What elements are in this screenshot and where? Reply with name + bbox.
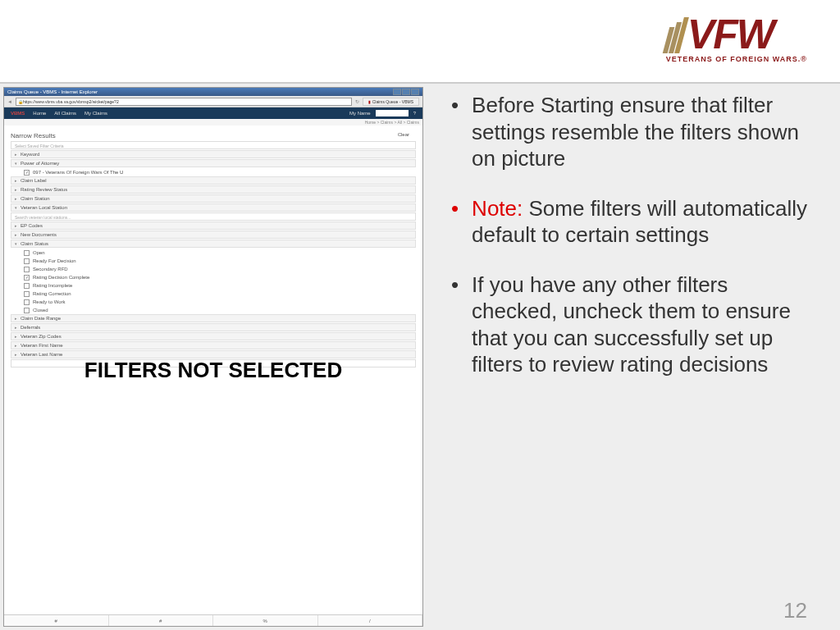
minimize-icon[interactable] [393,89,401,95]
bullet-3: • If you have any other filters checked,… [451,272,815,378]
embedded-screenshot: Claims Queue - VBMS - Internet Explorer … [3,87,423,627]
status-rating-complete[interactable]: ✓Rating Decision Complete [11,273,416,281]
logo-subtitle: VETERANS OF FOREIGN WARS.® [666,55,807,63]
slide-header: VFW VETERANS OF FOREIGN WARS.® [0,0,840,82]
window-title: Claims Queue - VBMS - Internet Explorer [7,89,98,94]
checkbox-icon[interactable] [24,283,30,289]
checkbox-icon[interactable] [24,258,30,264]
filter-ep-codes[interactable]: ▸EP Codes [11,221,416,230]
filter-zip[interactable]: ▸Veteran Zip Codes [11,332,416,340]
poa-checkbox-row[interactable]: ✓097 - Veterans Of Foreign Wars Of The U [11,168,416,176]
browser-toolbar: ◄ 🔒https://www.vbms.vba.va.gov/vbmsp2/wi… [4,96,422,107]
help-icon[interactable]: ? [413,111,416,116]
saved-filter-select[interactable]: Select Saved Filter Criteria [11,141,416,149]
nav-user[interactable]: My Name [349,111,371,116]
nav-my-claims[interactable]: My Claims [84,111,107,116]
filter-rating-review[interactable]: ▸Rating Review Status [11,185,416,194]
filter-poa[interactable]: ▾Power of Attorney [11,159,416,167]
chevron-down-icon: ▾ [15,205,17,210]
filter-date-range[interactable]: ▸Claim Date Range [11,314,416,322]
filter-first-name[interactable]: ▸Veteran First Name [11,341,416,349]
app-logo: VBMS [11,111,25,116]
maximize-icon[interactable] [402,89,410,95]
filter-panel: Narrow Results Clear Select Saved Filter… [4,126,422,614]
veteran-station-input[interactable]: Search veteran local stations... [11,212,416,221]
status-rating-incomplete[interactable]: Rating Incomplete [11,281,416,290]
chevron-right-icon: ▸ [15,316,17,321]
checkbox-icon[interactable] [24,308,30,313]
chevron-right-icon: ▸ [15,187,17,192]
footer-col-3: % [213,615,318,626]
checkbox-icon[interactable] [24,291,30,297]
filter-veteran-station[interactable]: ▾Veteran Local Station [11,203,416,212]
logo-stripes-icon [666,17,684,53]
filter-claim-status[interactable]: ▾Claim Status [11,240,416,248]
overlay-callout: FILTERS NOT SELECTED [84,358,342,383]
status-secondary-rfd[interactable]: Secondary RFD [11,265,416,273]
bullet-icon: • [451,272,459,378]
logo-text: VFW [687,16,774,53]
chevron-right-icon: ▸ [15,334,17,339]
nav-search-input[interactable] [376,110,409,116]
chevron-right-icon: ▸ [15,232,17,237]
nav-home[interactable]: Home [33,111,46,116]
page-number: 12 [783,598,807,623]
result-footer: # # % / [4,614,422,626]
status-rating-correction[interactable]: Rating Correction [11,290,416,298]
status-rfd[interactable]: Ready For Decision [11,257,416,265]
checkbox-checked-icon[interactable]: ✓ [24,170,30,176]
chevron-right-icon: ▸ [15,223,17,228]
slide-body: Claims Queue - VBMS - Internet Explorer … [0,84,840,630]
close-icon[interactable] [411,89,419,95]
footer-col-2: # [109,615,214,626]
chevron-right-icon: ▸ [15,196,17,201]
chevron-right-icon: ▸ [15,325,17,330]
vfw-logo: VFW VETERANS OF FOREIGN WARS.® [666,16,807,63]
status-ready-work[interactable]: Ready to Work [11,298,416,306]
window-controls [393,89,419,95]
chevron-right-icon: ▸ [15,343,17,348]
checkbox-icon[interactable] [24,267,30,272]
checkbox-icon[interactable] [24,250,30,256]
filter-claim-label[interactable]: ▸Claim Label [11,176,416,185]
checkbox-checked-icon[interactable]: ✓ [24,275,30,281]
breadcrumb: Home > Claims > All > Claims [4,119,422,126]
filter-keyword[interactable]: ▸Keyword [11,150,416,158]
filter-deferrals[interactable]: ▸Deferrals [11,323,416,331]
status-open[interactable]: Open [11,249,416,257]
clear-button[interactable]: Clear [398,132,409,137]
footer-col-4: / [318,615,423,626]
browser-tab[interactable]: ▮ Claims Queue - VBMS [363,98,419,106]
status-closed[interactable]: Closed [11,306,416,314]
bullet-icon: • [451,195,459,249]
screenshot-container: Claims Queue - VBMS - Internet Explorer … [0,84,427,630]
bullet-icon: • [451,92,459,172]
bullet-list: • Before Starting ensure that filter set… [451,92,815,378]
window-titlebar: Claims Queue - VBMS - Internet Explorer [4,88,422,96]
chevron-right-icon: ▸ [15,152,17,157]
chevron-down-icon: ▾ [15,161,17,166]
nav-all-claims[interactable]: All Claims [54,111,76,116]
panel-title: Narrow Results [11,132,416,139]
checkbox-icon[interactable] [24,299,30,305]
filter-new-documents[interactable]: ▸New Documents [11,231,416,239]
filter-claim-station[interactable]: ▸Claim Station [11,194,416,203]
bullet-1: • Before Starting ensure that filter set… [451,92,815,172]
chevron-right-icon: ▸ [15,352,17,357]
chevron-down-icon: ▾ [15,241,17,246]
back-icon[interactable]: ◄ [7,99,12,104]
refresh-icon[interactable]: ↻ [355,98,359,104]
chevron-right-icon: ▸ [15,178,17,183]
bullet-2-text: Some filters will automatically default … [472,196,807,248]
bullet-2: • Note: Some filters will automatically … [451,195,815,249]
url-bar[interactable]: 🔒https://www.vbms.vba.va.gov/vbmsp2/wick… [16,98,352,106]
footer-col-1: # [4,615,109,626]
note-label: Note: [472,196,523,221]
app-navbar: VBMS Home All Claims My Claims My Name ? [4,107,422,119]
text-content: • Before Starting ensure that filter set… [427,84,840,630]
